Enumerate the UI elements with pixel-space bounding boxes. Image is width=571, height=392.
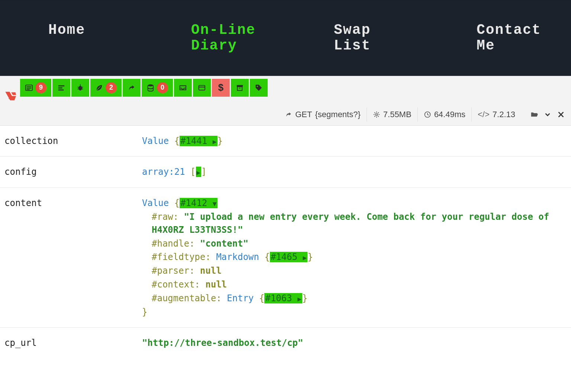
share-icon	[128, 84, 136, 92]
views-badge: 2	[106, 82, 117, 93]
tab-views[interactable]: 2	[90, 79, 122, 97]
bars-icon	[57, 84, 65, 92]
brace-close: }	[142, 307, 147, 317]
prop-key: #context	[152, 279, 195, 290]
tab-queries[interactable]: 0	[142, 79, 173, 97]
svg-line-12	[82, 89, 83, 89]
expand-toggle[interactable]: ▶	[196, 167, 201, 177]
stat-php[interactable]: </> 7.2.13	[471, 107, 521, 122]
svg-point-13	[148, 84, 154, 86]
svg-line-9	[78, 87, 79, 87]
dollar-icon: $	[218, 82, 223, 93]
brace-open: {	[174, 136, 180, 146]
stat-route[interactable]: GET {segments?}	[279, 107, 367, 122]
code-icon: </>	[478, 110, 490, 119]
folder-open-icon[interactable]	[530, 110, 538, 119]
tab-mails[interactable]	[174, 79, 192, 97]
object-ref[interactable]: #1441 ▶	[180, 136, 217, 146]
leaf-icon	[95, 84, 103, 92]
route-path: {segments?}	[315, 110, 360, 119]
expand-arrow-icon: ▶	[197, 168, 201, 176]
object-ref[interactable]: #1465 ▶	[270, 252, 308, 262]
var-key: collection	[4, 135, 142, 148]
object-ref[interactable]: #1063 ▶	[264, 293, 302, 303]
prop-key: #handle	[152, 238, 189, 249]
var-key: content	[4, 197, 142, 318]
debugbar-tabs: 9 2 0	[20, 79, 268, 97]
main-nav: Home On-Line Diary Swap List Contact Me	[0, 0, 571, 76]
debugbar: 9 2 0	[0, 76, 571, 126]
expand-arrow-icon: ▶	[297, 295, 301, 303]
list-icon	[25, 84, 33, 92]
stat-time[interactable]: 64.49ms	[417, 107, 471, 122]
tag-icon	[255, 84, 263, 92]
var-row-content: content Value {#1412 ▼ #raw: "I upload a…	[0, 188, 571, 328]
nav-home[interactable]: Home	[0, 11, 143, 65]
debugbar-tabs-row: 9 2 0	[0, 76, 571, 104]
prop-value: null	[206, 279, 227, 290]
tab-request[interactable]: $	[212, 79, 230, 97]
share-icon	[285, 111, 292, 118]
archive-icon	[236, 84, 244, 92]
messages-badge: 9	[35, 82, 46, 93]
var-key: config	[4, 166, 142, 179]
prop-key: #augmentable	[152, 293, 216, 303]
stat-memory[interactable]: 7.55MB	[367, 107, 417, 122]
expand-arrow-icon: ▶	[303, 254, 307, 261]
object-body: #raw: "I upload a new entry every week. …	[142, 211, 567, 305]
svg-line-10	[82, 87, 83, 87]
clock-icon	[424, 111, 431, 118]
tab-session[interactable]	[193, 79, 211, 97]
tab-exceptions[interactable]	[71, 79, 89, 97]
svg-point-20	[375, 113, 377, 115]
prop-value: "content"	[200, 238, 248, 249]
tab-gate[interactable]	[231, 79, 249, 97]
close-icon[interactable]	[557, 110, 565, 119]
expand-arrow-icon: ▶	[213, 138, 217, 145]
memory-value: 7.55MB	[383, 110, 412, 119]
gear-icon	[373, 111, 380, 118]
var-row-config: config array:21 [▶]	[0, 157, 571, 188]
tab-cache[interactable]	[250, 79, 268, 97]
tab-messages[interactable]: 9	[20, 79, 51, 97]
svg-point-7	[78, 86, 82, 90]
var-value: "http://three-sandbox.test/cp"	[142, 337, 567, 350]
type-label: Value	[142, 198, 169, 208]
database-icon	[146, 84, 155, 92]
type-label: Markdown	[216, 252, 259, 262]
tab-timeline[interactable]	[52, 79, 70, 97]
nav-contact-me[interactable]: Contact Me	[428, 11, 571, 65]
var-key: cp_url	[4, 337, 142, 350]
prop-key: #raw	[152, 212, 173, 222]
prop-key: #fieldtype	[152, 252, 206, 262]
nav-online-diary[interactable]: On-Line Diary	[143, 11, 286, 65]
nav-swap-list[interactable]: Swap List	[286, 11, 428, 65]
string-value: "http://three-sandbox.test/cp"	[142, 338, 303, 348]
brace-open: {	[174, 198, 180, 208]
object-ref[interactable]: #1412 ▼	[180, 198, 217, 208]
var-value: Value {#1412 ▼ #raw: "I upload a new ent…	[142, 197, 567, 318]
php-version: 7.2.13	[493, 110, 515, 119]
laravel-logo-icon	[3, 89, 18, 104]
svg-rect-14	[199, 85, 205, 90]
svg-rect-4	[58, 85, 65, 86]
type-label: Entry	[227, 293, 254, 303]
debugbar-stats-row: GET {segments?} 7.55MB 64.49ms </> 7.2.1…	[0, 104, 571, 125]
var-value: array:21 [▶]	[142, 166, 567, 179]
route-method: GET	[295, 110, 312, 119]
svg-rect-6	[58, 89, 64, 90]
svg-rect-17	[238, 87, 242, 90]
type-label: Value	[142, 136, 169, 146]
prop-value: null	[200, 266, 222, 276]
card-icon	[198, 84, 206, 92]
var-value: Value {#1441 ▶}	[142, 135, 567, 148]
variables-panel: collection Value {#1441 ▶} config array:…	[0, 126, 571, 359]
time-value: 64.49ms	[434, 110, 465, 119]
bug-icon	[76, 84, 84, 92]
svg-line-11	[78, 89, 79, 89]
svg-rect-5	[58, 87, 62, 89]
tab-route[interactable]	[123, 79, 141, 97]
bracket-open: [	[190, 167, 196, 177]
var-row-collection: collection Value {#1441 ▶}	[0, 126, 571, 157]
chevron-down-icon[interactable]	[543, 110, 552, 119]
